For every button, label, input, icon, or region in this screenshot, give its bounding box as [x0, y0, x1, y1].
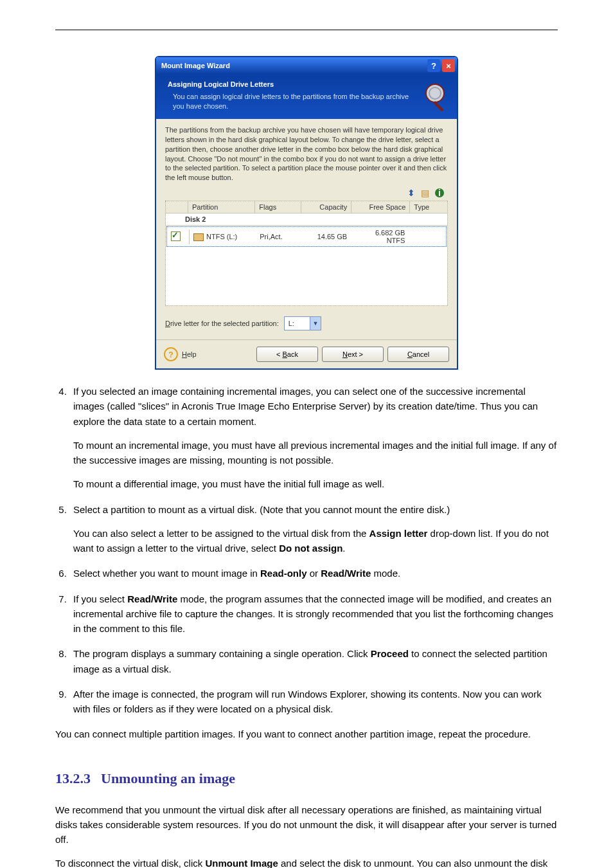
wizard-banner: Assigning Logical Drive Letters You can … [156, 74, 457, 119]
drive-letter-value: L: [285, 320, 310, 327]
list-item: If you select Read/Write mode, the progr… [69, 592, 558, 637]
paragraph: To disconnect the virtual disk, click Un… [55, 856, 558, 868]
partition-toolbar: ⬍ ▤ i [165, 188, 444, 198]
wizard-footer: ? Help < Back Next > Cancel [156, 339, 457, 368]
top-rule [55, 30, 558, 30]
disk-group-label: Disk 2 [166, 213, 447, 226]
paragraph: You can connect multiple partition image… [55, 727, 558, 741]
document-body: If you selected an image containing incr… [55, 384, 558, 868]
list-item: Select whether you want to mount image i… [69, 566, 558, 581]
titlebar-help-button[interactable]: ? [427, 59, 440, 72]
paragraph: We recommend that you unmount the virtua… [55, 802, 558, 847]
help-icon: ? [164, 347, 178, 361]
wizard-banner-subtitle: You can assign logical drive letters to … [168, 92, 413, 111]
next-button[interactable]: Next > [322, 347, 384, 362]
list-item: After the image is connected, the progra… [69, 687, 558, 717]
col-partition[interactable]: Partition [188, 201, 255, 213]
section-heading: 13.2.3Unmounting an image [55, 768, 558, 790]
table-header: Partition Flags Capacity Free Space Type [166, 201, 447, 213]
info-icon[interactable]: i [435, 188, 444, 197]
partition-free: 6.682 GB [375, 229, 405, 237]
list-item: The program displays a summary containin… [69, 646, 558, 676]
chevron-down-icon: ▼ [310, 317, 321, 330]
wizard-titlebar: Mount Image Wizard ? × [156, 57, 457, 74]
col-capacity[interactable]: Capacity [301, 201, 351, 213]
sort-icon[interactable]: ⬍ [407, 188, 415, 198]
col-flags[interactable]: Flags [255, 201, 301, 213]
partition-row[interactable]: NTFS (L:) Pri,Act. 14.65 GB 6.682 GB NTF… [166, 226, 447, 247]
volume-icon [193, 233, 204, 241]
partition-checkbox[interactable] [171, 231, 181, 241]
drive-letter-combo[interactable]: L: ▼ [284, 316, 321, 330]
list-item: If you selected an image containing incr… [69, 384, 558, 492]
wizard-banner-icon [420, 80, 450, 111]
wizard-instructions: The partitions from the backup archive y… [165, 125, 448, 183]
partition-name: NTFS (L:) [206, 233, 237, 240]
help-link[interactable]: ? Help [164, 347, 197, 361]
columns-icon[interactable]: ▤ [421, 188, 429, 198]
drive-letter-row: Drive letter for the selected partition:… [165, 316, 448, 330]
back-button[interactable]: < Back [256, 347, 318, 362]
col-free[interactable]: Free Space [351, 201, 410, 213]
wizard-title: Mount Image Wizard [161, 62, 425, 69]
col-type[interactable]: Type [410, 201, 447, 213]
mount-image-wizard: Mount Image Wizard ? × Assigning Logical… [155, 56, 458, 370]
drive-letter-label: Drive letter for the selected partition: [165, 320, 279, 327]
partition-table: Partition Flags Capacity Free Space Type… [165, 201, 448, 306]
partition-flags: Pri,Act. [256, 231, 301, 242]
list-item: Select a partition to mount as a virtual… [69, 502, 558, 556]
titlebar-close-button[interactable]: × [442, 59, 455, 72]
cancel-button[interactable]: Cancel [387, 347, 449, 362]
partition-capacity: 14.65 GB [301, 231, 351, 242]
wizard-banner-title: Assigning Logical Drive Letters [168, 80, 413, 88]
